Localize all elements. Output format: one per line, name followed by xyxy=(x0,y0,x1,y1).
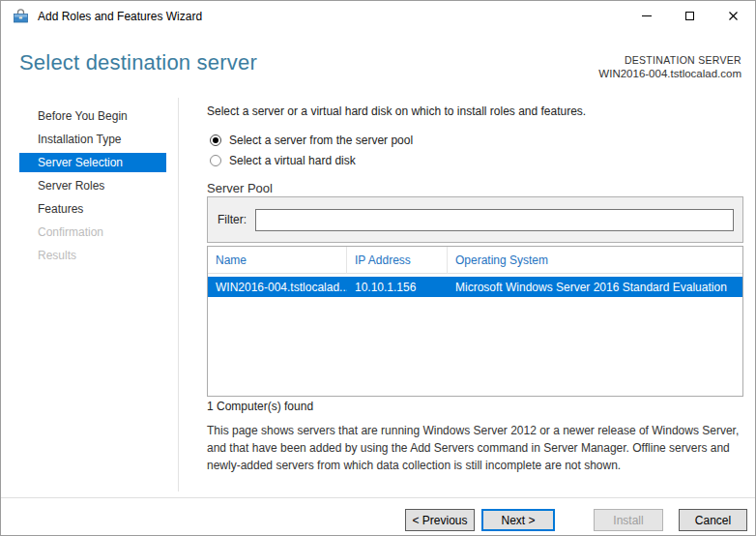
radio-unselected-icon xyxy=(210,155,221,166)
sidebar-item-server-roles[interactable]: Server Roles xyxy=(19,176,166,195)
cell-ip-address: 10.10.1.156 xyxy=(347,281,448,294)
destination-block: DESTINATION SERVER WIN2016-004.tstlocala… xyxy=(598,54,741,79)
cell-operating-system: Microsoft Windows Server 2016 Standard E… xyxy=(448,281,742,294)
radio-selected-icon xyxy=(210,134,221,146)
wizard-window: Add Roles and Features Wizard Select des… xyxy=(0,0,756,536)
column-header-operating-system[interactable]: Operating System xyxy=(448,247,742,274)
page-note-text: This page shows servers that are running… xyxy=(207,422,748,474)
previous-button[interactable]: < Previous xyxy=(405,509,475,531)
filter-groupbox: Filter: xyxy=(207,196,743,243)
computers-found-text: 1 Computer(s) found xyxy=(207,400,313,413)
wizard-steps-nav: Before You Begin Installation Type Serve… xyxy=(1,106,178,269)
maximize-icon xyxy=(685,12,694,20)
radio-label: Select a server from the server pool xyxy=(229,134,413,147)
minimize-button[interactable] xyxy=(625,1,668,31)
cell-name: WIN2016-004.tstlocalad.... xyxy=(208,281,347,294)
destination-label: DESTINATION SERVER xyxy=(598,54,741,66)
radio-select-vhd[interactable]: Select a virtual hard disk xyxy=(210,154,356,167)
page-title: Select destination server xyxy=(19,50,257,75)
title-bar: Add Roles and Features Wizard xyxy=(1,1,755,32)
sidebar-item-confirmation: Confirmation xyxy=(19,223,166,242)
radio-select-server-pool[interactable]: Select a server from the server pool xyxy=(210,134,413,147)
destination-server: WIN2016-004.tstlocalad.com xyxy=(598,68,741,79)
filter-input[interactable] xyxy=(255,209,734,231)
next-button[interactable]: Next > xyxy=(481,509,555,531)
sidebar-divider xyxy=(178,98,179,491)
sidebar-item-server-selection[interactable]: Server Selection xyxy=(19,153,166,172)
sidebar-item-results: Results xyxy=(19,246,166,265)
radio-label: Select a virtual hard disk xyxy=(229,154,356,167)
window-controls xyxy=(625,1,755,31)
footer-divider xyxy=(1,497,756,498)
toolbox-icon xyxy=(13,8,29,24)
filter-label: Filter: xyxy=(218,213,247,226)
intro-text: Select a server or a virtual hard disk o… xyxy=(207,104,586,118)
window-title: Add Roles and Features Wizard xyxy=(38,10,202,23)
install-button[interactable]: Install xyxy=(594,509,663,531)
server-pool-heading: Server Pool xyxy=(207,181,273,195)
maximize-button[interactable] xyxy=(668,1,712,31)
sidebar-item-installation-type[interactable]: Installation Type xyxy=(19,130,166,149)
table-row[interactable]: WIN2016-004.tstlocalad.... 10.10.1.156 M… xyxy=(208,277,742,297)
minimize-icon xyxy=(642,15,652,16)
sidebar-item-features[interactable]: Features xyxy=(19,199,166,219)
column-header-ip-address[interactable]: IP Address xyxy=(347,247,448,274)
close-icon xyxy=(728,11,739,21)
column-header-name[interactable]: Name xyxy=(208,247,347,274)
server-pool-table: Name IP Address Operating System WIN2016… xyxy=(207,246,743,397)
table-header-row: Name IP Address Operating System xyxy=(208,247,742,274)
sidebar-item-before-you-begin[interactable]: Before You Begin xyxy=(19,106,166,126)
cancel-button[interactable]: Cancel xyxy=(679,509,747,531)
close-button[interactable] xyxy=(712,1,755,31)
